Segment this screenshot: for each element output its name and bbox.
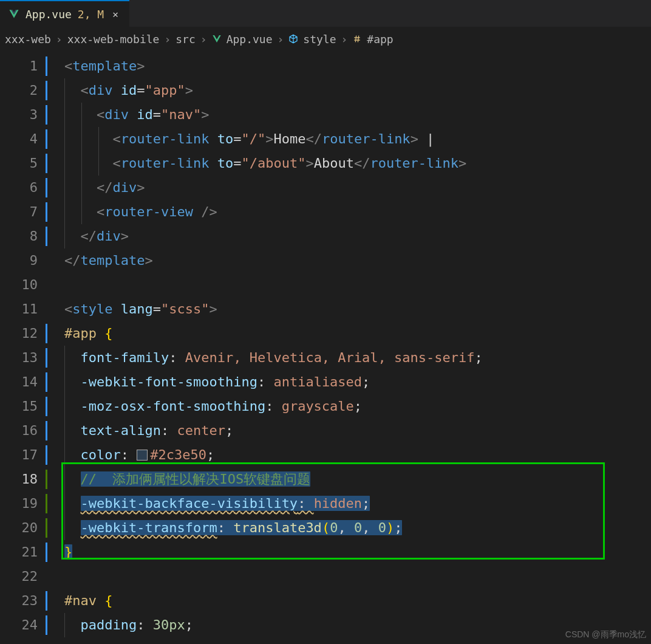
code-line: -moz-osx-font-smoothing: grayscale; xyxy=(49,394,651,419)
line-number: 9 xyxy=(0,248,49,273)
line-number: 14 xyxy=(0,370,49,394)
vue-icon xyxy=(212,34,222,44)
line-number: 5 xyxy=(0,151,49,176)
line-number: 2 xyxy=(0,78,49,103)
code-line: <div id="app"> xyxy=(49,78,651,103)
code-line: <template> xyxy=(49,54,651,78)
code-line: } xyxy=(49,540,651,564)
code-line: text-align: center; xyxy=(49,419,651,443)
line-number: 18 xyxy=(0,467,49,492)
code-line: -webkit-transform: translate3d(0, 0, 0); xyxy=(49,516,651,540)
line-number: 7 xyxy=(0,200,49,224)
chevron-right-icon: › xyxy=(56,33,63,46)
code-line: padding: 30px; xyxy=(49,613,651,637)
watermark-text: CSDN @雨季mo浅忆 xyxy=(565,629,646,640)
breadcrumb-segment[interactable]: xxx-web-mobile xyxy=(67,33,160,46)
code-line xyxy=(49,273,651,297)
line-number: 10 xyxy=(0,273,49,297)
code-editor[interactable]: 1 2 3 4 5 6 7 8 9 10 11 12 13 14 15 16 1… xyxy=(0,51,651,644)
breadcrumb: xxx-web › xxx-web-mobile › src › App.vue… xyxy=(0,27,651,51)
line-number: 15 xyxy=(0,394,49,419)
hash-icon xyxy=(352,34,362,44)
tab-filename: App.vue xyxy=(26,8,72,21)
code-line: <router-link to="/about">About</router-l… xyxy=(49,151,651,176)
line-number: 13 xyxy=(0,346,49,370)
code-line: <router-view /> xyxy=(49,200,651,224)
chevron-right-icon: › xyxy=(164,33,171,46)
code-line: // 添加俩属性以解决IOS软键盘问题 xyxy=(49,467,651,492)
code-line xyxy=(49,564,651,589)
line-number-gutter: 1 2 3 4 5 6 7 8 9 10 11 12 13 14 15 16 1… xyxy=(0,51,49,644)
line-number: 20 xyxy=(0,516,49,540)
editor-tab[interactable]: App.vue 2, M ✕ xyxy=(0,0,129,27)
line-number: 24 xyxy=(0,613,49,637)
tab-bar: App.vue 2, M ✕ xyxy=(0,0,651,27)
code-line: </template> xyxy=(49,248,651,273)
line-number: 6 xyxy=(0,176,49,200)
code-line: #nav { xyxy=(49,589,651,613)
line-number: 4 xyxy=(0,127,49,151)
line-number: 23 xyxy=(0,589,49,613)
tab-modified-marker: 2, M xyxy=(78,8,104,21)
line-number: 19 xyxy=(0,492,49,516)
cube-icon xyxy=(288,34,298,44)
breadcrumb-segment[interactable]: #app xyxy=(367,33,393,46)
code-line: -webkit-backface-visibility: hidden; xyxy=(49,492,651,516)
breadcrumb-segment[interactable]: style xyxy=(303,33,336,46)
chevron-right-icon: › xyxy=(341,33,348,46)
line-number: 1 xyxy=(0,54,49,78)
code-line: <div id="nav"> xyxy=(49,103,651,127)
vue-icon xyxy=(9,9,19,19)
breadcrumb-segment[interactable]: App.vue xyxy=(227,33,273,46)
code-line: #app { xyxy=(49,321,651,346)
code-line: font-family: Avenir, Helvetica, Arial, s… xyxy=(49,346,651,370)
chevron-right-icon: › xyxy=(277,33,284,46)
code-line: -webkit-font-smoothing: antialiased; xyxy=(49,370,651,394)
tab-bar-empty xyxy=(129,0,651,27)
line-number: 22 xyxy=(0,564,49,589)
code-content[interactable]: <template> <div id="app"> <div id="nav">… xyxy=(49,51,651,644)
code-line: <router-link to="/">Home</router-link> | xyxy=(49,127,651,151)
close-icon[interactable]: ✕ xyxy=(110,9,121,20)
code-line: <style lang="scss"> xyxy=(49,297,651,321)
chevron-right-icon: › xyxy=(200,33,207,46)
breadcrumb-segment[interactable]: xxx-web xyxy=(5,33,51,46)
line-number: 17 xyxy=(0,443,49,467)
code-line: </div> xyxy=(49,176,651,200)
line-number: 16 xyxy=(0,419,49,443)
color-swatch[interactable] xyxy=(137,450,148,461)
breadcrumb-segment[interactable]: src xyxy=(176,33,196,46)
line-number: 8 xyxy=(0,224,49,248)
code-line: </div> xyxy=(49,224,651,248)
line-number: 11 xyxy=(0,297,49,321)
line-number: 12 xyxy=(0,321,49,346)
line-number: 21 xyxy=(0,540,49,564)
line-number: 3 xyxy=(0,103,49,127)
code-line: color: #2c3e50; xyxy=(49,443,651,467)
